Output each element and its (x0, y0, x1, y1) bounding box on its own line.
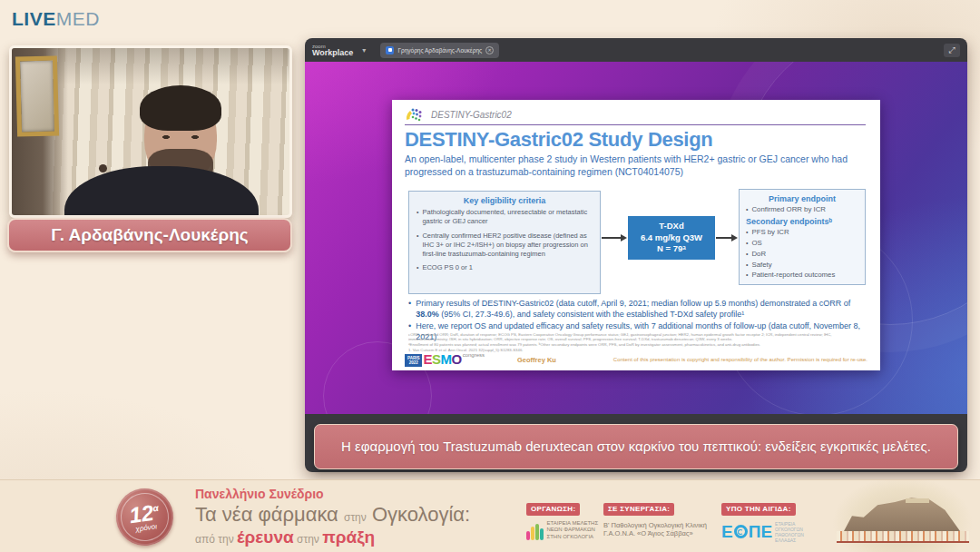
livemed-logo-med: MED (56, 8, 100, 29)
secondary-endpoint-item: Safety (746, 261, 858, 270)
slide: DESTINY-Gastric02 DESTINY-Gastric02 Stud… (392, 100, 880, 370)
collaboration-label: ΣΕ ΣΥΝΕΡΓΑΣΙΑ: (603, 503, 674, 516)
zoom-brand-bottom: Workplace (312, 49, 353, 57)
participant-tab[interactable]: Γρηγόρης Αρδαβάνης-Λουκέρης ✕ (380, 43, 499, 58)
eligibility-box: Key eligibility criteria Pathologically … (408, 191, 601, 294)
eligibility-item: Pathologically documented, unresectable … (416, 208, 593, 226)
slide-title: DESTINY-Gastric02 Study Design (405, 128, 712, 152)
livemed-logo: LIVEMED (12, 8, 100, 30)
conference-title-block: Πανελλήνιο Συνέδριο Τα νέα φάρμακα στην … (195, 487, 470, 547)
esmo-congress-label: congress (463, 352, 485, 358)
treatment-box: T-DXd 6.4 mg/kg Q3W N = 79ᵃ (628, 216, 715, 260)
esmo-congress-logo: PARIS2022 ESMO congress (405, 352, 485, 368)
aegis-block: ΥΠΟ ΤΗΝ ΑΙΓΙΔΑ: ΕΠΕ ΕΤΑΙΡΕΙΑ ΟΓΚΟΛΟΓΩΝ Π… (721, 498, 826, 543)
landscape-painting (818, 480, 980, 552)
destiny-fan-icon (405, 107, 425, 123)
eligibility-item: ECOG PS 0 or 1 (416, 263, 593, 272)
primary-endpoint-title: Primary endpoint (746, 194, 858, 203)
participant-tab-label: Γρηγόρης Αρδαβάνης-Λουκέρης (397, 47, 482, 54)
endpoints-box: Primary endpoint Confirmed ORR by ICR Se… (739, 189, 866, 285)
arrow-right-icon (716, 237, 732, 239)
conference-subtitle: από την έρευνα στην πράξη (195, 527, 470, 547)
conference-footer: 12α χρόνοι Πανελλήνιο Συνέδριο Τα νέα φά… (0, 479, 980, 552)
secondary-endpoint-item: Patient-reported outcomes (746, 271, 858, 280)
organizer-name: ΕΤΑΙΡΕΙΑ ΜΕΛΕΤΗΣ ΝΕΩΝ ΦΑΡΜΑΚΩΝ ΣΤΗΝ ΟΓΚΟ… (547, 520, 600, 541)
secondary-endpoint-item: PFS by ICR (746, 228, 858, 237)
esmo-paris-badge: PARIS2022 (405, 354, 422, 368)
secondary-endpoint-item: OS (746, 239, 858, 248)
slide-logo-text: DESTINY-Gastric02 (431, 110, 512, 120)
session-title-banner: Η εφαρμογή του Trastuzumab deruxtecan στ… (314, 424, 958, 469)
zoom-titlebar: zoom Workplace ▾ Γρηγόρης Αρδαβάνης-Λουκ… (305, 38, 967, 62)
presentation-stage: DESTINY-Gastric02 DESTINY-Gastric02 Stud… (305, 62, 967, 414)
zoom-workplace-logo: zoom Workplace (312, 44, 353, 57)
zoom-brand-top: zoom (312, 44, 353, 49)
speaker-name-plate: Γ. Αρδαβάνης-Λουκέρης (7, 218, 292, 252)
esmo-wordmark: ESMO (423, 352, 461, 366)
speaker-torso (64, 166, 259, 218)
treatment-dose: 6.4 mg/kg Q3W (641, 232, 702, 244)
webcam-video (9, 45, 292, 218)
session-title-text: Η εφαρμογή του Trastuzumab deruxtecan στ… (341, 437, 931, 457)
eope-spiral-icon (734, 525, 748, 538)
slide-logo-row: DESTINY-Gastric02 (405, 105, 866, 125)
secondary-endpoint-item: DoR (746, 250, 858, 259)
slide-footnotes: cORR, confirmed ORR; DoR, duration of re… (408, 332, 857, 353)
eope-logo: ΕΠΕ (721, 523, 772, 540)
expand-icon[interactable]: ⤢ (944, 44, 960, 57)
slide-author: Geoffrey Ku (517, 356, 556, 364)
aegis-name: ΕΤΑΙΡΕΙΑ ΟΓΚΟΛΟΓΩΝ ΠΑΘΟΛΟΓΩΝ ΕΛΛΑΔΑΣ (775, 521, 811, 543)
arrow-right-icon (602, 237, 622, 239)
slide-footer-row: PARIS2022 ESMO congress Geoffrey Ku Cont… (405, 351, 867, 368)
speaker-eyes (157, 134, 204, 140)
organizer-block: ΟΡΓΑΝΩΣΗ: ΕΤΑΙΡΕΙΑ ΜΕΛΕΤΗΣ ΝΕΩΝ ΦΑΡΜΑΚΩΝ… (526, 498, 608, 540)
anniversary-seal-badge: 12α χρόνοι (113, 485, 177, 549)
slide-subtitle: An open-label, multicenter phase 2 study… (405, 153, 866, 178)
treatment-name: T-DXd (659, 221, 683, 232)
footnote-line: cORR, confirmed ORR; DoR, duration of re… (408, 332, 857, 342)
door-knob (99, 164, 107, 172)
primary-endpoint-item: Confirmed ORR by ICR (746, 205, 858, 214)
eligibility-title: Key eligibility criteria (416, 196, 593, 205)
conference-label: Πανελλήνιο Συνέδριο (195, 487, 470, 501)
chevron-down-icon[interactable]: ▾ (362, 46, 366, 54)
zoom-window: zoom Workplace ▾ Γρηγόρης Αρδαβάνης-Λουκ… (305, 38, 967, 472)
speaker-name: Γ. Αρδαβάνης-Λουκέρης (51, 225, 248, 245)
slide-copyright: Content of this presentation is copyrigh… (613, 357, 867, 362)
livemed-logo-live: LIVE (12, 8, 56, 29)
treatment-n: N = 79ᵃ (657, 243, 686, 255)
eligibility-item: Centrally confirmed HER2 positive diseas… (416, 232, 593, 259)
footnote-line: ᵃEnrollment of 80 patients was planned; … (408, 342, 857, 347)
painting-fortress (906, 498, 929, 503)
collaboration-block: ΣΕ ΣΥΝΕΡΓΑΣΙΑ: Β' Παθολογική Ογκολογική … (603, 498, 717, 538)
painting-town (837, 531, 969, 543)
picture-frame (15, 55, 59, 136)
aegis-label: ΥΠΟ ΤΗΝ ΑΙΓΙΔΑ: (721, 503, 796, 516)
conference-title: Τα νέα φάρμακα στην Ογκολογία: (195, 503, 470, 526)
organizer-label: ΟΡΓΑΝΩΣΗ: (526, 503, 580, 516)
video-app-icon (386, 46, 394, 54)
page-background: LIVEMED Γ. Αρδαβάνης-Λουκέρης zoom Workp… (0, 0, 980, 552)
collaboration-name: Β' Παθολογική Ογκολογική Κλινική Γ.Α.Ο.Ν… (603, 521, 717, 539)
close-icon[interactable]: ✕ (485, 46, 494, 54)
slide-bullet: Primary results of DESTINY-Gastric02 (da… (408, 299, 867, 320)
secondary-endpoints-title: Secondary endpointsᵇ (746, 217, 858, 226)
organizer-logo-icon (526, 524, 544, 540)
